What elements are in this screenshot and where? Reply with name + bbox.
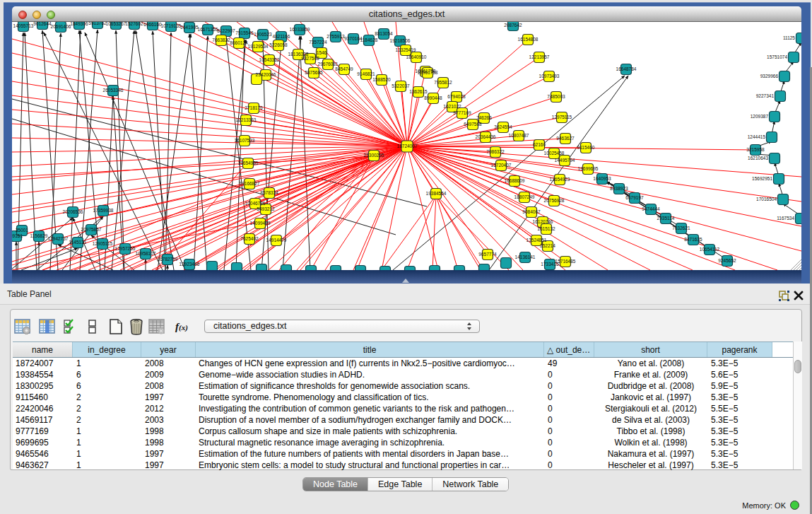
svg-text:7955812: 7955812 bbox=[434, 80, 452, 85]
svg-text:8471635: 8471635 bbox=[684, 237, 702, 242]
svg-text:10958107: 10958107 bbox=[136, 251, 156, 256]
svg-text:2755913: 2755913 bbox=[326, 34, 345, 39]
svg-text:16648784: 16648784 bbox=[616, 66, 637, 71]
svg-text:10961758: 10961758 bbox=[418, 70, 438, 75]
svg-text:35001: 35001 bbox=[16, 228, 28, 233]
svg-text:19129534: 19129534 bbox=[248, 44, 269, 49]
svg-text:7357224: 7357224 bbox=[309, 40, 327, 45]
svg-text:16120746: 16120746 bbox=[533, 219, 553, 224]
svg-text:2718176: 2718176 bbox=[245, 105, 263, 110]
svg-text:10543362: 10543362 bbox=[259, 57, 280, 62]
svg-text:1615132: 1615132 bbox=[537, 226, 555, 231]
svg-text:14055713: 14055713 bbox=[13, 23, 34, 28]
svg-text:15716485: 15716485 bbox=[555, 259, 576, 264]
svg-text:2641905: 2641905 bbox=[180, 25, 199, 30]
svg-text:20364436: 20364436 bbox=[476, 134, 496, 139]
svg-text:6794028: 6794028 bbox=[447, 94, 466, 99]
svg-text:14099489: 14099489 bbox=[250, 221, 271, 226]
svg-text:10719135: 10719135 bbox=[161, 23, 182, 28]
svg-text:12905115: 12905115 bbox=[93, 241, 113, 246]
svg-text:1588520: 1588520 bbox=[372, 77, 391, 82]
svg-text:19218506: 19218506 bbox=[390, 38, 411, 43]
svg-text:9115460: 9115460 bbox=[577, 145, 595, 150]
svg-text:9327508: 9327508 bbox=[301, 56, 319, 61]
svg-text:26053346: 26053346 bbox=[103, 88, 124, 93]
svg-text:23420046: 23420046 bbox=[256, 72, 276, 77]
svg-text:4821166: 4821166 bbox=[273, 34, 290, 39]
svg-text:7663822: 7663822 bbox=[212, 37, 230, 42]
svg-text:14136141: 14136141 bbox=[515, 255, 536, 259]
svg-text:17957255: 17957255 bbox=[115, 246, 136, 251]
svg-text:13654923: 13654923 bbox=[550, 177, 570, 182]
svg-text:9474444: 9474444 bbox=[642, 206, 660, 211]
svg-text:9012644: 9012644 bbox=[33, 22, 52, 26]
svg-text:13524851: 13524851 bbox=[526, 238, 547, 243]
svg-text:16154808: 16154808 bbox=[518, 37, 539, 42]
svg-text:6497568: 6497568 bbox=[464, 122, 482, 127]
svg-text:8660124: 8660124 bbox=[230, 40, 248, 45]
svg-text:62160: 62160 bbox=[533, 142, 546, 147]
svg-text:5493212: 5493212 bbox=[257, 206, 275, 211]
svg-text:19654985: 19654985 bbox=[238, 160, 259, 165]
svg-text:9084067: 9084067 bbox=[522, 209, 541, 214]
svg-text:9657774: 9657774 bbox=[478, 252, 497, 257]
svg-text:20756928: 20756928 bbox=[544, 198, 565, 203]
svg-text:5322037: 5322037 bbox=[392, 83, 410, 88]
svg-text:7485003: 7485003 bbox=[547, 94, 565, 99]
svg-text:2087642: 2087642 bbox=[504, 23, 522, 28]
svg-text:16210643: 16210643 bbox=[748, 156, 768, 160]
svg-text:18724007: 18724007 bbox=[397, 144, 418, 148]
svg-text:10046786: 10046786 bbox=[245, 201, 266, 206]
svg-text:9329966: 9329966 bbox=[760, 74, 779, 78]
svg-text:9227341: 9227341 bbox=[756, 93, 775, 98]
svg-text:12975115: 12975115 bbox=[552, 115, 572, 119]
svg-text:8578334: 8578334 bbox=[260, 190, 278, 195]
svg-text:18640910: 18640910 bbox=[406, 54, 427, 59]
svg-text:1362615: 1362615 bbox=[409, 89, 428, 94]
svg-text:1621022: 1621022 bbox=[443, 104, 461, 109]
svg-text:1244415: 1244415 bbox=[748, 134, 766, 139]
svg-text:16107533: 16107533 bbox=[235, 138, 255, 143]
svg-text:10688609: 10688609 bbox=[505, 178, 525, 183]
svg-text:8454749: 8454749 bbox=[335, 66, 353, 71]
svg-text:12213363: 12213363 bbox=[236, 117, 257, 122]
svg-text:3624554: 3624554 bbox=[494, 124, 512, 129]
svg-text:20975857: 20975857 bbox=[81, 227, 102, 232]
svg-text:10025458: 10025458 bbox=[544, 151, 565, 156]
svg-text:8813054: 8813054 bbox=[375, 31, 393, 36]
svg-text:9146821: 9146821 bbox=[357, 71, 375, 76]
svg-text:13325419: 13325419 bbox=[396, 47, 416, 52]
svg-text:1167534: 1167534 bbox=[777, 216, 794, 221]
svg-text:1209387: 1209387 bbox=[751, 114, 769, 119]
svg-text:8122907: 8122907 bbox=[217, 28, 235, 33]
svg-text:12923446: 12923446 bbox=[180, 262, 200, 267]
svg-text:6966160: 6966160 bbox=[143, 22, 162, 27]
svg-text:5913762: 5913762 bbox=[88, 22, 107, 25]
svg-text:11125: 11125 bbox=[783, 35, 795, 40]
svg-text:19166827: 19166827 bbox=[240, 181, 260, 186]
svg-text:7625402: 7625402 bbox=[240, 236, 259, 241]
svg-text:1906523: 1906523 bbox=[254, 32, 272, 37]
svg-text:2935114: 2935114 bbox=[657, 216, 675, 221]
svg-text:19384554: 19384554 bbox=[426, 191, 447, 196]
svg-text:18807249: 18807249 bbox=[514, 194, 535, 199]
svg-text:14914479: 14914479 bbox=[266, 238, 287, 243]
svg-text:7986322: 7986322 bbox=[486, 149, 505, 154]
svg-text:7515546: 7515546 bbox=[235, 30, 254, 35]
svg-text:746266: 746266 bbox=[476, 115, 492, 120]
svg-text:39151: 39151 bbox=[12, 233, 23, 238]
svg-text:15692951: 15692951 bbox=[752, 176, 772, 181]
svg-text:5226058: 5226058 bbox=[269, 42, 288, 47]
svg-text:1849306: 1849306 bbox=[70, 22, 88, 26]
svg-text:16033809: 16033809 bbox=[290, 27, 310, 32]
svg-text:1640953: 1640953 bbox=[593, 176, 611, 181]
svg-text:252214: 252214 bbox=[540, 243, 555, 248]
svg-text:15720407: 15720407 bbox=[491, 163, 512, 168]
svg-text:5875685: 5875685 bbox=[305, 70, 323, 75]
svg-text:14495794: 14495794 bbox=[555, 158, 575, 163]
svg-text:3215958: 3215958 bbox=[746, 147, 765, 152]
svg-text:10807487: 10807487 bbox=[509, 133, 529, 138]
svg-text:8990448: 8990448 bbox=[424, 95, 442, 100]
svg-text:16782759: 16782759 bbox=[158, 257, 178, 262]
svg-text:15751074: 15751074 bbox=[767, 54, 787, 59]
